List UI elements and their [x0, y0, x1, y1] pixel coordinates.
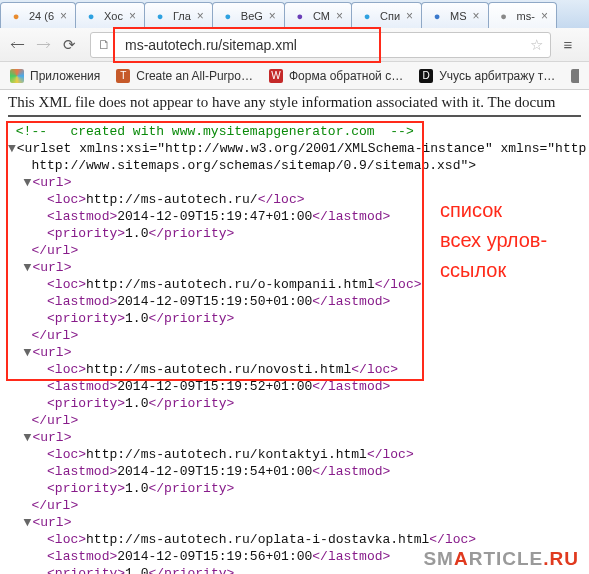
- favicon: ●: [153, 9, 167, 23]
- tab-title: Спи: [380, 10, 400, 22]
- close-icon[interactable]: ×: [473, 9, 480, 23]
- apps-button[interactable]: Приложения: [10, 69, 100, 83]
- close-icon[interactable]: ×: [269, 9, 276, 23]
- fold-icon[interactable]: ▼: [24, 515, 32, 530]
- bm-create[interactable]: TCreate an All-Purpo…: [116, 69, 253, 83]
- tab-title: BeG: [241, 10, 263, 22]
- fold-icon[interactable]: ▼: [24, 260, 32, 275]
- favicon: ●: [293, 9, 307, 23]
- watermark: SMARTICLE.RU: [423, 548, 579, 570]
- url-input[interactable]: [90, 32, 551, 58]
- fold-icon[interactable]: ▼: [24, 345, 32, 360]
- favicon: ●: [497, 9, 511, 23]
- apps-label: Приложения: [30, 69, 100, 83]
- bookmark-star-icon[interactable]: ☆: [530, 32, 543, 58]
- favicon: ●: [221, 9, 235, 23]
- xml-notice: This XML file does not appear to have an…: [8, 94, 581, 117]
- address-bar: 🗋 ☆: [90, 32, 551, 58]
- tab-title: 24 (6: [29, 10, 54, 22]
- tab-title: Хос: [104, 10, 123, 22]
- tab-5[interactable]: ●Спи×: [351, 2, 422, 28]
- nav-bar: 🡐 🡒 ⟳ 🗋 ☆ ≡: [0, 28, 589, 62]
- tab-6[interactable]: ●MS×: [421, 2, 489, 28]
- tab-title: MS: [450, 10, 467, 22]
- forward-button[interactable]: 🡒: [32, 34, 54, 56]
- bookmark-icon: [571, 69, 579, 83]
- bookmark-icon: D: [419, 69, 433, 83]
- back-button[interactable]: 🡐: [6, 34, 28, 56]
- bm-arb[interactable]: DУчусь арбитражу т…: [419, 69, 555, 83]
- tab-3[interactable]: ●BeG×: [212, 2, 285, 28]
- tab-title: Гла: [173, 10, 191, 22]
- tab-4[interactable]: ●CM×: [284, 2, 352, 28]
- tab-bar: ●24 (6×●Хос×●Гла×●BeG×●CM×●Спи×●MS×●ms-×: [0, 0, 589, 28]
- xml-tree: <!-- created with www.mysitemapgenerator…: [8, 123, 581, 574]
- close-icon[interactable]: ×: [60, 9, 67, 23]
- bookmark-label: Учусь арбитражу т…: [439, 69, 555, 83]
- tab-0[interactable]: ●24 (6×: [0, 2, 76, 28]
- fold-icon[interactable]: ▼: [24, 175, 32, 190]
- site-icon: 🗋: [98, 32, 111, 58]
- bookmark-icon: W: [269, 69, 283, 83]
- favicon: ●: [9, 9, 23, 23]
- close-icon[interactable]: ×: [406, 9, 413, 23]
- close-icon[interactable]: ×: [129, 9, 136, 23]
- fold-icon[interactable]: ▼: [24, 430, 32, 445]
- favicon: ●: [430, 9, 444, 23]
- tab-2[interactable]: ●Гла×: [144, 2, 213, 28]
- favicon: ●: [360, 9, 374, 23]
- apps-icon: [10, 69, 24, 83]
- bookmark-label: Create an All-Purpo…: [136, 69, 253, 83]
- bookmark-label: Форма обратной с…: [289, 69, 403, 83]
- menu-button[interactable]: ≡: [557, 34, 579, 56]
- fold-icon[interactable]: ▼: [8, 141, 16, 156]
- tab-title: ms-: [517, 10, 535, 22]
- tab-1[interactable]: ●Хос×: [75, 2, 145, 28]
- bookmark-bar: Приложения TCreate an All-Purpo…WФорма о…: [0, 62, 589, 90]
- page-content: This XML file does not appear to have an…: [0, 90, 589, 574]
- close-icon[interactable]: ×: [541, 9, 548, 23]
- bookmark-icon: T: [116, 69, 130, 83]
- bm-3d[interactable]: 3D: [571, 69, 579, 83]
- reload-button[interactable]: ⟳: [58, 34, 80, 56]
- close-icon[interactable]: ×: [197, 9, 204, 23]
- tab-7[interactable]: ●ms-×: [488, 2, 557, 28]
- tab-title: CM: [313, 10, 330, 22]
- favicon: ●: [84, 9, 98, 23]
- annotation-text: список всех урлов- ссылок: [440, 195, 547, 285]
- close-icon[interactable]: ×: [336, 9, 343, 23]
- bm-form[interactable]: WФорма обратной с…: [269, 69, 403, 83]
